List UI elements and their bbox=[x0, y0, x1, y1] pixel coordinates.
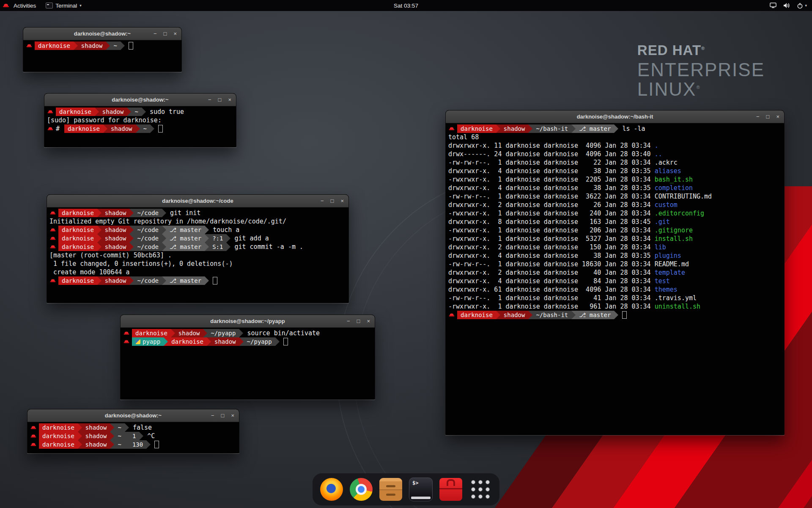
clock[interactable]: Sat 03:57 bbox=[0, 3, 812, 9]
close-button[interactable]: × bbox=[231, 413, 234, 418]
window-buttons: − □ × bbox=[208, 94, 231, 106]
maximize-button[interactable]: □ bbox=[766, 114, 770, 119]
terminal-content[interactable]: darknoiseshadow~/codegit initInitialized… bbox=[47, 207, 348, 303]
terminal-icon[interactable]: $> bbox=[409, 478, 433, 501]
terminal-line: -rw-rw-r--. 1 darknoise darknoise 22 Jan… bbox=[448, 158, 782, 167]
app-menu[interactable]: Terminal ▾ bbox=[46, 3, 82, 9]
window-titlebar[interactable]: darknoise@shadow:~/bash-it − □ × bbox=[446, 110, 784, 123]
power-icon[interactable]: ▾ bbox=[797, 3, 807, 9]
file-name: completion bbox=[655, 184, 693, 192]
file-name: bash_it.sh bbox=[655, 176, 693, 183]
window-title: darknoise@shadow:~/pyapp bbox=[121, 315, 375, 327]
powerline-arrow bbox=[110, 423, 114, 432]
terminal-line: drwxrwxr-x. 4 darknoise darknoise 38 Jan… bbox=[448, 251, 782, 260]
redhat-icon bbox=[449, 312, 455, 318]
prompt-segment: ⎇ master bbox=[166, 234, 205, 243]
maximize-button[interactable]: □ bbox=[331, 198, 334, 204]
files-icon[interactable] bbox=[379, 478, 402, 501]
file-name: .git bbox=[655, 218, 670, 226]
prompt-segment: ~/bash-it bbox=[532, 124, 571, 133]
terminal-window[interactable]: darknoise@shadow:~ − □ × darknoiseshadow… bbox=[23, 27, 182, 72]
activities-button[interactable]: Activities bbox=[12, 3, 38, 9]
prompt-segment: darknoise bbox=[168, 337, 207, 346]
terminal-window[interactable]: darknoise@shadow:~/code − □ × darknoises… bbox=[47, 194, 349, 303]
file-name: .editorconfig bbox=[655, 210, 704, 217]
prompt-segment: darknoise bbox=[35, 41, 74, 50]
file-name: .gitignore bbox=[655, 226, 693, 234]
close-button[interactable]: × bbox=[228, 97, 231, 102]
window-titlebar[interactable]: darknoise@shadow:~ − □ × bbox=[23, 28, 181, 40]
prompt-segment: shadow bbox=[102, 209, 130, 217]
window-titlebar[interactable]: darknoise@shadow:~/pyapp − □ × bbox=[121, 315, 375, 328]
terminal-content[interactable]: darknoiseshadow~sudo true[sudo] password… bbox=[44, 106, 236, 147]
close-button[interactable]: × bbox=[367, 318, 370, 324]
prompt-segment: ⎇ master bbox=[576, 124, 614, 133]
close-button[interactable]: × bbox=[173, 31, 177, 36]
prompt-segment: ~/code bbox=[134, 209, 162, 217]
terminal-window[interactable]: darknoise@shadow:~ − □ × darknoiseshadow… bbox=[44, 93, 236, 147]
firefox-icon[interactable] bbox=[320, 478, 343, 501]
terminal-line: create mode 100644 a bbox=[49, 268, 346, 276]
prompt-segment: shadow bbox=[99, 108, 127, 116]
minimize-button[interactable]: − bbox=[154, 31, 157, 36]
powerline-arrow bbox=[162, 243, 166, 251]
display-icon[interactable] bbox=[770, 3, 776, 8]
toolbox-icon[interactable] bbox=[439, 478, 462, 501]
terminal-cursor bbox=[154, 441, 159, 448]
powerline-arrow bbox=[205, 243, 209, 251]
prompt-segment: shadow bbox=[82, 432, 110, 440]
terminal-window[interactable]: darknoise@shadow:~/pyapp − □ × darknoise… bbox=[120, 315, 375, 400]
terminal-line: total 68 bbox=[448, 133, 782, 141]
terminal-content[interactable]: darknoiseshadow~/pyappsource bin/activat… bbox=[121, 328, 375, 399]
powerline-arrow bbox=[129, 243, 134, 251]
terminal-line: darknoiseshadow~/bash-it⎇ master bbox=[448, 311, 782, 319]
file-name: plugins bbox=[655, 252, 681, 260]
command-text: git init bbox=[170, 209, 200, 217]
terminal-line: darknoiseshadow~1^C bbox=[30, 432, 236, 440]
terminal-line: drwxrwxr-x. 2 darknoise darknoise 150 Ja… bbox=[448, 243, 782, 251]
window-titlebar[interactable]: darknoise@shadow:~/code − □ × bbox=[47, 195, 348, 207]
file-name: .. bbox=[655, 150, 662, 158]
powerline-arrow bbox=[110, 440, 114, 449]
powerline-arrow bbox=[528, 124, 532, 133]
chrome-icon[interactable] bbox=[350, 478, 373, 501]
terminal-content[interactable]: darknoiseshadow~falsedarknoiseshadow~1^C… bbox=[27, 422, 239, 453]
minimize-button[interactable]: − bbox=[211, 413, 214, 418]
app-grid-icon[interactable] bbox=[469, 478, 492, 501]
minimize-button[interactable]: − bbox=[208, 97, 211, 102]
powerline-arrow bbox=[162, 276, 166, 285]
prompt-segment: ~/code bbox=[134, 226, 162, 234]
redhat-icon bbox=[48, 109, 53, 115]
maximize-button[interactable]: □ bbox=[218, 97, 222, 102]
powerline-arrow bbox=[226, 243, 230, 251]
volume-icon[interactable] bbox=[783, 3, 790, 8]
terminal-line: darknoiseshadow~/codegit init bbox=[49, 209, 346, 217]
terminal-window[interactable]: darknoise@shadow:~/bash-it − □ × darknoi… bbox=[445, 110, 785, 435]
terminal-content[interactable]: darknoiseshadow~ bbox=[23, 40, 181, 72]
terminal-content[interactable]: darknoiseshadow~/bash-it⎇ masterls -lato… bbox=[446, 123, 784, 435]
prompt-segment: darknoise bbox=[39, 423, 78, 432]
terminal-line: darknoiseshadow~/code⎇ mastertouch a bbox=[49, 226, 346, 234]
maximize-button[interactable]: □ bbox=[164, 31, 167, 36]
maximize-button[interactable]: □ bbox=[357, 318, 360, 324]
close-button[interactable]: × bbox=[340, 198, 344, 204]
terminal-window[interactable]: darknoise@shadow:~ − □ × darknoiseshadow… bbox=[27, 409, 239, 453]
maximize-button[interactable]: □ bbox=[221, 413, 225, 418]
window-title: darknoise@shadow:~ bbox=[27, 409, 239, 422]
prompt-segment: darknoise bbox=[64, 124, 103, 133]
window-titlebar[interactable]: darknoise@shadow:~ − □ × bbox=[44, 94, 236, 106]
terminal-line: -rwxrwxr-x. 1 darknoise darknoise 5327 J… bbox=[448, 235, 782, 243]
terminal-line: pyappdarknoiseshadow~/pyapp bbox=[123, 337, 372, 346]
minimize-button[interactable]: − bbox=[347, 318, 350, 324]
minimize-button[interactable]: − bbox=[756, 114, 760, 119]
window-titlebar[interactable]: darknoise@shadow:~ − □ × bbox=[27, 409, 239, 422]
redhat-icon bbox=[48, 126, 53, 132]
close-button[interactable]: × bbox=[776, 114, 779, 119]
command-text: ls -la bbox=[622, 124, 645, 133]
system-tray: ▾ bbox=[770, 3, 812, 9]
powerline-arrow bbox=[614, 311, 618, 319]
minimize-button[interactable]: − bbox=[321, 198, 324, 204]
terminal-line: -rw-rw-r--. 1 darknoise darknoise 3622 J… bbox=[448, 192, 782, 201]
prompt-segment: ~/code bbox=[134, 243, 162, 251]
powerline-arrow bbox=[496, 311, 500, 319]
